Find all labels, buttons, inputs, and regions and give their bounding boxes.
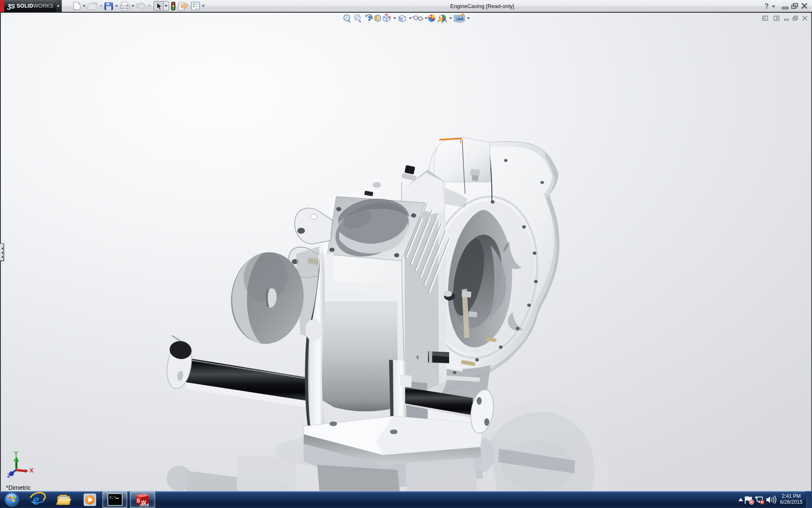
svg-text:C:\: C:\ [110,496,116,500]
svg-text:2015: 2015 [140,502,149,507]
svg-text:?: ? [765,3,769,10]
svg-text:S: S [137,498,140,504]
